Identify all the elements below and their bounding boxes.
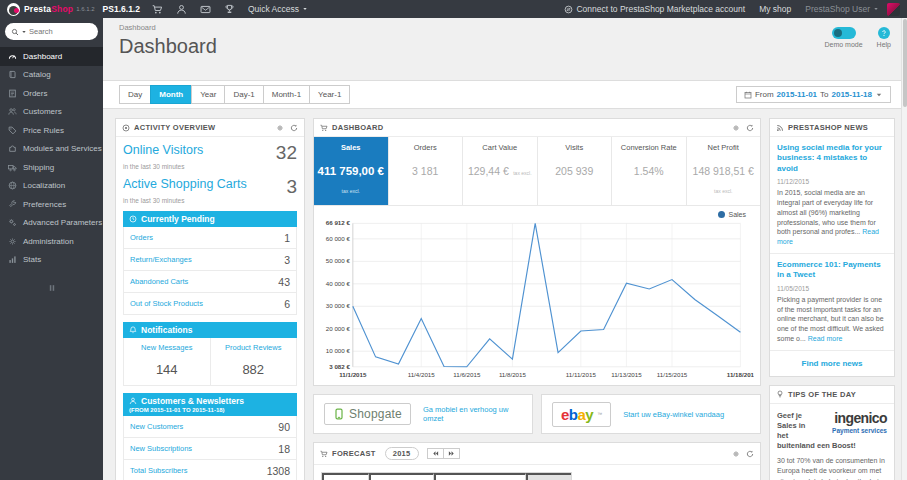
pending-row-value: 3 — [284, 254, 290, 266]
forecast-tab[interactable]: Sales — [526, 473, 571, 480]
news-article: Ecommerce 101: Payments in a Tweet 11/05… — [770, 254, 894, 351]
sidebar-collapse-button[interactable] — [42, 283, 62, 293]
sidebar-item[interactable]: Catalog — [0, 66, 103, 85]
forecast-next-button[interactable] — [444, 448, 460, 459]
shop-version: PS1.6.1.2 — [103, 4, 140, 14]
my-shop-link[interactable]: My shop — [759, 4, 791, 14]
sidebar-item[interactable]: Preferences — [0, 195, 103, 214]
refresh-icon[interactable] — [290, 124, 298, 132]
forecast-year-pill[interactable]: 2015 — [385, 447, 419, 460]
forecast-tab[interactable]: Conversion — [369, 473, 434, 480]
active-carts-label: Active Shopping Carts — [123, 177, 247, 191]
kpi-tile[interactable]: Net Profit 148 918,51 € tax excl. — [687, 137, 761, 205]
clock-icon — [129, 215, 137, 223]
forecast-tabs: Traffic Conversion Average Cart Value — [321, 472, 572, 480]
date-range-button[interactable]: Day-1 — [224, 85, 262, 104]
user-avatar[interactable] — [887, 3, 900, 16]
chart-legend[interactable]: Sales — [718, 211, 746, 218]
sidebar-item[interactable]: Advanced Parameters — [0, 214, 103, 233]
sidebar-item[interactable]: Price Rules — [0, 121, 103, 140]
cart-icon[interactable] — [152, 4, 163, 15]
notification-column[interactable]: Product Reviews 882 — [211, 338, 297, 385]
sidebar-search[interactable] — [5, 23, 98, 40]
sidebar-item[interactable]: Orders — [0, 84, 103, 103]
ebay-trademark: ™ — [597, 411, 602, 417]
date-range-button[interactable]: Year — [191, 85, 224, 104]
date-range-button[interactable]: Day — [119, 85, 150, 104]
customers-quick-icon[interactable] — [176, 4, 187, 15]
gear-icon[interactable] — [732, 450, 740, 458]
customers-section-subtitle: (FROM 2015-11-01 TO 2015-11-18) — [129, 407, 291, 413]
sidebar-item[interactable]: Dashboard — [0, 47, 103, 66]
sidebar-item-label: Orders — [23, 89, 47, 98]
pending-row[interactable]: Return/Exchanges 3 — [124, 249, 296, 271]
sidebar-item-label: Shipping — [23, 163, 54, 172]
find-more-news-link[interactable]: Find more news — [770, 351, 894, 376]
date-range-button[interactable]: Year-1 — [309, 85, 350, 104]
notification-column[interactable]: New Messages 144 — [124, 338, 211, 385]
kpi-tile[interactable]: Conversion Rate 1.54% — [612, 137, 687, 205]
pending-row[interactable]: Out of Stock Products 6 — [124, 293, 296, 314]
date-range-button[interactable]: Month-1 — [263, 85, 309, 104]
sidebar-item[interactable]: Stats — [0, 251, 103, 270]
sidebar-item[interactable]: Administration — [0, 232, 103, 251]
online-visitors-metric[interactable]: Online Visitors 32 — [123, 143, 297, 162]
kpi-value: 411 759,00 € — [317, 165, 384, 177]
refresh-icon[interactable] — [746, 450, 754, 458]
customers-row[interactable]: New Customers 90 — [124, 416, 296, 438]
sidebar-item[interactable]: Modules and Services — [0, 140, 103, 159]
refresh-icon[interactable] — [746, 124, 754, 132]
kpi-tile[interactable]: Visits 205 939 — [538, 137, 613, 205]
customers-section-header: Customers & Newsletters (FROM 2015-11-01… — [123, 393, 297, 416]
kpi-value: 205 939 — [555, 165, 593, 177]
help-button[interactable] — [878, 27, 890, 39]
quick-access-menu[interactable]: Quick Access — [248, 4, 308, 14]
sidebar-item[interactable]: Localization — [0, 177, 103, 196]
user-menu[interactable]: PrestaShop User — [805, 3, 900, 16]
sidebar-item-label: Administration — [23, 237, 74, 246]
right-column: PRESTASHOP NEWS Using social media for y… — [769, 118, 895, 480]
gear-icon[interactable] — [732, 124, 740, 132]
article-title[interactable]: Using social media for your business: 4 … — [777, 143, 887, 174]
sidebar-item[interactable]: Customers — [0, 103, 103, 122]
customers-row[interactable]: New Subscriptions 18 — [124, 438, 296, 460]
forecast-prev-button[interactable] — [427, 448, 444, 459]
kpi-label: Visits — [540, 143, 610, 152]
kpi-suffix: tax excl. — [342, 188, 360, 194]
ebay-link[interactable]: Start uw eBay-winkel vandaag — [623, 410, 724, 419]
kpi-tile[interactable]: Cart Value 129,44 € tax excl. — [463, 137, 538, 205]
demo-mode-toggle[interactable] — [832, 27, 856, 39]
pending-row[interactable]: Abandoned Carts 43 — [124, 271, 296, 293]
read-more-link[interactable]: Read more — [808, 335, 843, 342]
trophy-icon[interactable] — [224, 4, 235, 15]
customers-row[interactable]: Total Subscribers 1308 — [124, 460, 296, 480]
sidebar-item-label: Preferences — [23, 200, 66, 209]
activity-overview-panel: ACTIVITY OVERVIEW Online Visitors 32 in … — [115, 118, 305, 480]
messages-icon[interactable] — [200, 4, 211, 15]
pending-row[interactable]: Orders 1 — [124, 227, 296, 249]
scrollbar-thumb[interactable] — [903, 19, 907, 107]
ebay-logo: ebay ™ — [552, 402, 611, 427]
kpi-tile[interactable]: Orders 3 181 — [389, 137, 464, 205]
sidebar-item[interactable]: Shipping — [0, 158, 103, 177]
marketplace-link[interactable]: Connect to PrestaShop Marketplace accoun… — [564, 4, 745, 14]
article-excerpt-text: In 2015, social media are an integral pa… — [777, 189, 876, 235]
search-input[interactable] — [29, 27, 81, 36]
forecast-tab[interactable]: Traffic — [322, 473, 369, 480]
pending-row-label: Abandoned Carts — [130, 277, 188, 286]
article-title[interactable]: Ecommerce 101: Payments in a Tweet — [777, 260, 887, 281]
svg-text:11/13/2015: 11/13/2015 — [611, 371, 642, 378]
dashboard-content: ACTIVITY OVERVIEW Online Visitors 32 in … — [103, 109, 907, 480]
sidebar-item-label: Customers — [23, 107, 62, 116]
date-picker-button[interactable]: From 2015-11-01 To 2015-11-18 — [736, 86, 891, 103]
pending-section-header: Currently Pending — [123, 211, 297, 227]
shopgate-link[interactable]: Ga mobiel en verhoog uw omzet — [423, 405, 522, 423]
kpi-label: Orders — [391, 143, 461, 152]
kpi-tile[interactable]: Sales 411 759,00 € tax excl. — [314, 137, 389, 205]
scrollbar[interactable] — [901, 18, 907, 480]
forecast-tab[interactable]: Average Cart Value — [434, 473, 526, 480]
active-carts-metric[interactable]: Active Shopping Carts 3 — [123, 177, 297, 196]
date-range-button[interactable]: Month — [150, 85, 191, 104]
module-ads-row: Shopgate Ga mobiel en verhoog uw omzet e… — [313, 394, 761, 434]
gear-icon[interactable] — [276, 124, 284, 132]
